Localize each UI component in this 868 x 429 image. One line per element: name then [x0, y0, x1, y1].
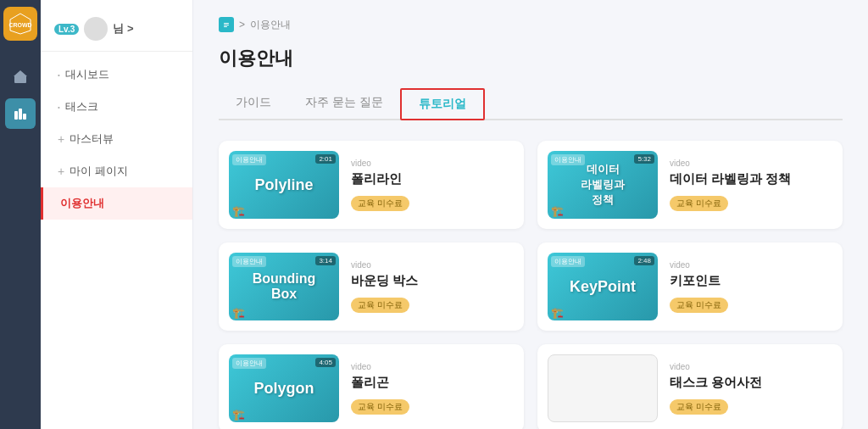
card-thumbnail-polygon: 이용안내 4:05 Polygon 🏗️ [229, 354, 339, 422]
card-type: video [351, 159, 514, 168]
card-type: video [670, 362, 832, 371]
cards-grid: 이용안내 2:01 Polyline 🏗️ video 폴리라인 교육 미수료 … [219, 141, 843, 429]
plus-icon: + [58, 164, 64, 178]
card-info: video 키포인트 교육 미수료 [670, 260, 832, 313]
card-badge: 교육 미수료 [670, 196, 728, 211]
card-thumbnail-data: 이용안내 5:32 데이터라벨링과정책 🏗️ [548, 151, 658, 219]
tab-faq[interactable]: 자주 묻는 질문 [288, 88, 400, 120]
card-thumbnail-polyline: 이용안내 2:01 Polyline 🏗️ [229, 151, 339, 219]
card-badge: 교육 미수료 [351, 399, 409, 415]
svg-rect-10 [224, 26, 227, 27]
thumb-time: 4:05 [315, 358, 336, 367]
thumb-time: 5:32 [634, 154, 654, 164]
card-badge: 교육 미수료 [670, 298, 728, 313]
svg-rect-9 [224, 25, 229, 25]
thumb-label: Polyline [251, 173, 316, 198]
thumb-time: 2:48 [634, 256, 654, 265]
card-type: video [351, 362, 514, 371]
card-title: 키포인트 [670, 273, 832, 289]
card-info: video 폴리곤 교육 미수료 [351, 362, 514, 415]
card-badge: 교육 미수료 [670, 399, 728, 415]
sidebar-item-label: 마스터뷰 [70, 131, 114, 147]
card-info: video 데이터 라벨링과 정책 교육 미수료 [670, 159, 832, 211]
tab-tutorial[interactable]: 튜토리얼 [400, 88, 485, 120]
svg-rect-2 [14, 75, 26, 83]
plus-icon: + [58, 132, 64, 146]
level-badge: Lv.3 [54, 24, 79, 35]
card-type: video [670, 159, 832, 168]
card-info: video 폴리라인 교육 미수료 [351, 159, 514, 211]
sidebar-item-mypage[interactable]: + 마이 페이지 [41, 155, 192, 187]
sidebar-item-dashboard[interactable]: • 대시보드 [41, 58, 192, 91]
sidebar-item-guide[interactable]: 이용안내 [41, 187, 192, 220]
card-title: 태스크 용어사전 [670, 375, 832, 391]
card-badge: 교육 미수료 [351, 196, 409, 211]
thumb-time: 3:14 [315, 256, 336, 265]
breadcrumb: > 이용안내 [219, 17, 843, 32]
sidebar-icon-chart[interactable] [5, 98, 36, 129]
card-bounding-box[interactable]: 이용안내 3:14 BoundingBox 🏗️ video 바운딩 박스 교육… [219, 242, 524, 331]
sidebar-icon-home[interactable] [5, 61, 36, 92]
thumb-badge: 이용안내 [232, 358, 266, 369]
thumb-label: KeyPoint [566, 275, 639, 299]
user-info: Lv.3 님 > [41, 10, 192, 52]
dot-icon: • [58, 103, 60, 111]
breadcrumb-current: 이용안내 [250, 18, 291, 32]
sidebar-item-label: 태스크 [65, 99, 98, 114]
breadcrumb-separator: > [239, 19, 245, 31]
svg-rect-5 [19, 109, 22, 120]
card-title: 폴리라인 [351, 171, 514, 187]
tabs-bar: 가이드 자주 묻는 질문 튜토리얼 [219, 88, 843, 120]
card-type: video [670, 260, 832, 270]
card-info: video 태스크 용어사전 교육 미수료 [670, 362, 832, 415]
nav-sidebar: Lv.3 님 > • 대시보드 • 태스크 + 마스터뷰 + 마이 페이지 이용… [41, 0, 193, 429]
card-info: video 바운딩 박스 교육 미수료 [351, 260, 514, 313]
tab-guide[interactable]: 가이드 [219, 88, 288, 120]
thumb-badge: 이용안내 [232, 256, 266, 267]
svg-rect-4 [14, 111, 18, 120]
card-title: 데이터 라벨링과 정책 [670, 171, 832, 187]
card-polygon[interactable]: 이용안내 4:05 Polygon 🏗️ video 폴리곤 교육 미수료 [219, 344, 524, 429]
thumb-label: 데이터라벨링과정책 [577, 159, 628, 211]
svg-text:CROWD: CROWD [8, 22, 31, 28]
sidebar-item-label: 마이 페이지 [70, 164, 128, 179]
svg-rect-6 [23, 114, 26, 120]
page-title: 이용안내 [219, 46, 843, 71]
svg-rect-8 [224, 23, 229, 24]
svg-marker-3 [14, 70, 27, 76]
thumb-badge: 이용안내 [232, 154, 266, 165]
card-badge: 교육 미수료 [351, 298, 409, 313]
breadcrumb-icon [219, 17, 234, 32]
sidebar-item-masterview[interactable]: + 마스터뷰 [41, 123, 192, 155]
icon-sidebar: CROWD [0, 0, 41, 429]
sidebar-item-label: 이용안내 [60, 196, 104, 211]
card-keypoint[interactable]: 이용안내 2:48 KeyPoint 🏗️ video 키포인트 교육 미수료 [537, 242, 843, 331]
sidebar-item-task[interactable]: • 태스크 [41, 91, 192, 123]
thumb-label: Polygon [251, 376, 318, 401]
dot-icon: • [58, 71, 60, 79]
card-data-labeling[interactable]: 이용안내 5:32 데이터라벨링과정책 🏗️ video 데이터 라벨링과 정책… [537, 141, 843, 229]
sidebar-item-label: 대시보드 [65, 67, 109, 82]
card-type: video [351, 260, 514, 270]
card-thumbnail-keypoint: 이용안내 2:48 KeyPoint 🏗️ [548, 253, 658, 320]
card-title: 폴리곤 [351, 375, 514, 391]
card-task-glossary[interactable]: video 태스크 용어사전 교육 미수료 [537, 344, 843, 429]
thumb-label: BoundingBox [249, 268, 320, 305]
thumb-badge: 이용안내 [551, 256, 585, 267]
card-thumbnail-empty [548, 354, 658, 422]
card-polyline[interactable]: 이용안내 2:01 Polyline 🏗️ video 폴리라인 교육 미수료 [219, 141, 524, 229]
main-content: > 이용안내 이용안내 가이드 자주 묻는 질문 튜토리얼 이용안내 2:01 … [193, 0, 868, 429]
user-name: 님 > [113, 21, 133, 36]
app-logo: CROWD [3, 7, 37, 41]
card-title: 바운딩 박스 [351, 273, 514, 289]
thumb-time: 2:01 [315, 154, 336, 164]
card-thumbnail-bounding: 이용안내 3:14 BoundingBox 🏗️ [229, 253, 339, 320]
